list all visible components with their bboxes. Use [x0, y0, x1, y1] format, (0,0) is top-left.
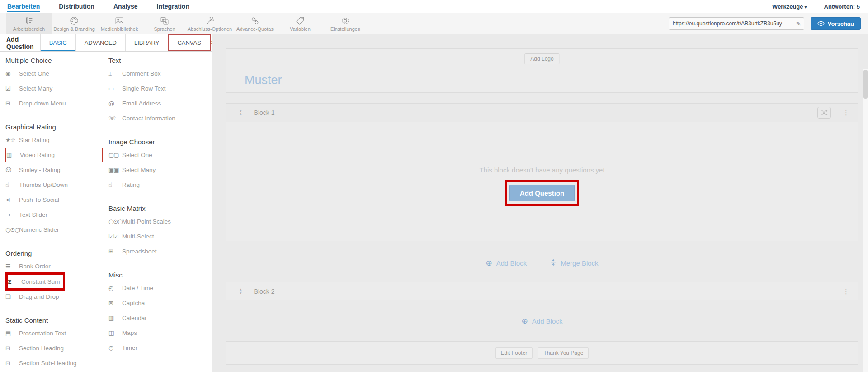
qtype-section-sub-heading[interactable]: ⊡Section Sub-Heading — [5, 356, 108, 371]
survey-stage: Add Logo Muster ∨∧ Block 1 ⋮ This block … — [226, 34, 858, 372]
qtype-maps[interactable]: ◫Maps — [108, 325, 211, 340]
tab-advanced[interactable]: ADVANCED — [75, 34, 125, 51]
qtype-calendar[interactable]: ▦Calendar — [108, 310, 211, 325]
pencil-list-icon — [24, 16, 34, 26]
qtype-multi-select[interactable]: ☑☑Multi-Select — [108, 229, 211, 244]
subheading-icon: ⊡ — [5, 360, 19, 367]
nav-right: Werkzeuge▾ Antworten: 5 — [772, 3, 868, 10]
vertical-scrollbar[interactable] — [863, 69, 868, 372]
qtype-date-time[interactable]: ◴Date / Time — [108, 281, 211, 296]
block-menu-icon[interactable]: ⋮ — [843, 287, 849, 296]
vorschau-button[interactable]: Vorschau — [811, 17, 861, 30]
group-title: Basic Matrix — [108, 202, 211, 214]
block-2-label[interactable]: Block 2 — [254, 288, 275, 295]
edit-footer-button[interactable]: Edit Footer — [495, 347, 533, 359]
qtype-email-address[interactable]: @Email Address — [108, 96, 211, 111]
qtype-thumbs-up-down[interactable]: ☝Thumbs Up/Down — [5, 177, 108, 192]
toolbar-item-sprachen[interactable]: Sprachen — [142, 13, 187, 34]
nav-tab-integration[interactable]: Integration — [157, 1, 189, 12]
scrollbar-thumb[interactable] — [863, 70, 868, 99]
qtype-multi-point-scales[interactable]: ○⊙○Multi-Point Scales — [108, 214, 211, 229]
survey-url-input[interactable] — [673, 20, 796, 27]
image-select-many-icon: ▣▣ — [108, 167, 122, 173]
toolbar-item-advance-quotas[interactable]: Advance-Quotas — [232, 13, 278, 34]
qtype-dropdown-menu[interactable]: ⊟Drop-down Menu — [5, 96, 108, 111]
qtype-smiley-rating[interactable]: ☺Smiley - Rating — [5, 162, 108, 177]
group-static-content: Static Content ▤Presentation Text ⊟Secti… — [5, 314, 108, 371]
qtype-image-select-one[interactable]: ▢▢Select One — [108, 148, 211, 162]
toolbar-item-arbeitsbereich[interactable]: Arbeitsbereich — [6, 13, 52, 34]
calendar-icon: ▦ — [108, 315, 122, 321]
randomize-button[interactable] — [817, 107, 831, 119]
group-title: Static Content — [5, 314, 108, 326]
nav-tab-bearbeiten[interactable]: Bearbeiten — [7, 1, 40, 12]
qtype-image-rating[interactable]: ☝Rating — [108, 177, 211, 192]
collapse-icon[interactable]: ∨∧ — [239, 110, 242, 116]
gear-icon — [340, 16, 350, 26]
group-text: Text ⌶Comment Box ▭Single Row Text @Emai… — [108, 54, 211, 126]
group-title: Ordering — [5, 247, 108, 259]
block-menu-icon[interactable]: ⋮ — [843, 109, 849, 117]
chain-icon — [250, 16, 260, 26]
toolbar-item-design-branding[interactable]: Design & Branding — [52, 13, 97, 34]
toolbar-item-abschluss-optionen[interactable]: Abschluss-Optionen — [187, 13, 232, 34]
toolbar-item-variablen[interactable]: Variablen — [278, 13, 323, 34]
tab-canvas[interactable]: CANVAS — [168, 34, 211, 51]
toolbar-item-einstellungen[interactable]: Einstellungen — [323, 13, 368, 34]
tab-basic[interactable]: BASIC — [40, 34, 75, 51]
responses-count[interactable]: Antworten: 5 — [824, 3, 860, 10]
empty-block-message: This block doesn't have any questions ye… — [479, 166, 604, 174]
thank-you-page-button[interactable]: Thank You Page — [538, 347, 589, 359]
add-logo-button[interactable]: Add Logo — [524, 53, 559, 64]
qtype-constant-sum[interactable]: ΣConstant Sum — [5, 272, 65, 291]
qtype-select-one[interactable]: ◉Select One — [5, 66, 108, 81]
qtype-text-slider[interactable]: ⊸Text Slider — [5, 207, 108, 222]
plus-circle-icon: ⊕ — [522, 317, 528, 325]
add-question-panel: Add Question BASIC ADVANCED LIBRARY CANV… — [0, 34, 212, 372]
qtype-presentation-text[interactable]: ▤Presentation Text — [5, 326, 108, 341]
toolbar-item-medienbibliothek[interactable]: Medienbibliothek — [97, 13, 142, 34]
qtype-section-heading[interactable]: ⊟Section Heading — [5, 341, 108, 356]
qtype-captcha[interactable]: ⊠Captcha — [108, 296, 211, 310]
numeric-slider-icon: ○⊙○ — [5, 226, 19, 233]
question-type-columns: Multiple Choice ◉Select One ☑Select Many… — [0, 52, 212, 371]
qtype-single-row-text[interactable]: ▭Single Row Text — [108, 81, 211, 96]
merge-block-button[interactable]: Merge Block — [550, 258, 598, 267]
nav-tab-distribution[interactable]: Distribution — [59, 1, 94, 12]
annotation-box: Add Question — [505, 180, 579, 206]
add-block-button[interactable]: ⊕Add Block — [486, 259, 527, 267]
datetime-icon: ◴ — [108, 285, 122, 291]
qtype-timer[interactable]: ◷Timer — [108, 340, 211, 355]
image-icon — [114, 16, 124, 26]
qtype-push-to-social[interactable]: ⊲Push To Social — [5, 192, 108, 207]
main-nav-tabs: Bearbeiten Distribution Analyse Integrat… — [0, 1, 189, 12]
dropdown-icon: ⊟ — [5, 100, 19, 107]
qtype-contact-information[interactable]: ☏Contact Information — [108, 111, 211, 126]
tab-library[interactable]: LIBRARY — [125, 34, 168, 51]
wand-icon — [205, 16, 215, 26]
qtype-rank-order[interactable]: ☰Rank Order — [5, 259, 108, 274]
single-row-icon: ▭ — [108, 85, 122, 92]
panel-title: Add Question — [0, 34, 40, 51]
edit-url-icon[interactable]: ✎ — [796, 20, 801, 27]
qtype-spreadsheet[interactable]: ⊞Spreadsheet — [108, 244, 211, 259]
block-2-card: ∧∨ Block 2 ⋮ — [226, 282, 858, 300]
presentation-icon: ▤ — [5, 330, 19, 337]
question-type-column-1: Multiple Choice ◉Select One ☑Select Many… — [5, 52, 108, 371]
add-question-button[interactable]: Add Question — [509, 185, 575, 201]
qtype-drag-and-drop[interactable]: ❏Drag and Drop — [5, 289, 108, 304]
qtype-select-many[interactable]: ☑Select Many — [5, 81, 108, 96]
qtype-numeric-slider[interactable]: ○⊙○Numeric Slider — [5, 222, 108, 237]
qtype-comment-box[interactable]: ⌶Comment Box — [108, 66, 211, 81]
qtype-image-select-many[interactable]: ▣▣Select Many — [108, 162, 211, 177]
qtype-star-rating[interactable]: ★☆Star Rating — [5, 133, 108, 148]
expand-icon[interactable]: ∧∨ — [239, 288, 242, 295]
add-block-button-2[interactable]: ⊕Add Block — [522, 317, 563, 325]
werkzeuge-menu[interactable]: Werkzeuge▾ — [772, 3, 807, 10]
group-title: Misc — [108, 269, 211, 281]
nav-tab-analyse[interactable]: Analyse — [113, 1, 138, 12]
qtype-video-rating[interactable]: ▦Video Rating — [5, 148, 103, 162]
survey-title[interactable]: Muster — [245, 73, 282, 87]
maps-icon: ◫ — [108, 329, 122, 336]
block-1-label[interactable]: Block 1 — [254, 109, 275, 116]
